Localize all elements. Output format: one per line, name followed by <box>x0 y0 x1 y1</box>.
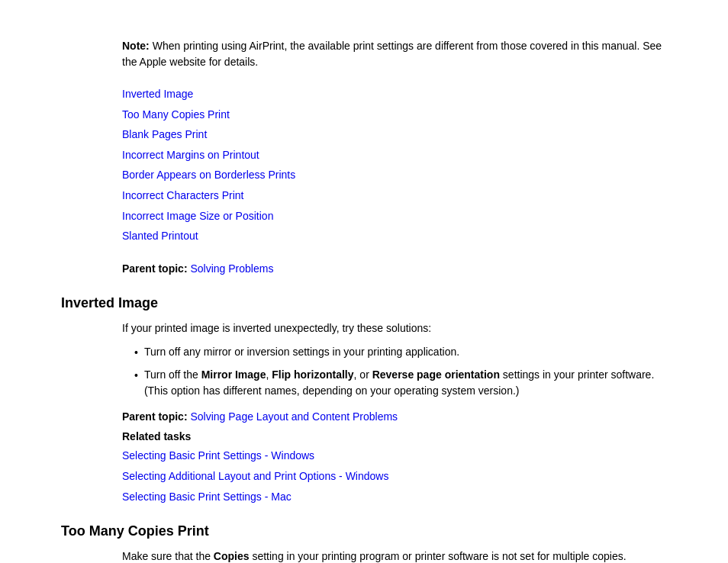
note-text: When printing using AirPrint, the availa… <box>122 40 662 68</box>
toc-link-inverted-image[interactable]: Inverted Image <box>122 84 667 105</box>
note-section: Note: When printing using AirPrint, the … <box>122 38 667 70</box>
section-heading-too-many-copies: Too Many Copies Print <box>61 523 667 539</box>
section-intro-inverted-image: If your printed image is inverted unexpe… <box>122 320 667 336</box>
inverted-related-link-3[interactable]: Selecting Basic Print Settings - Mac <box>122 487 667 507</box>
inverted-related-link-2[interactable]: Selecting Additional Layout and Print Op… <box>122 466 667 487</box>
toc-parent-topic-link[interactable]: Solving Problems <box>190 262 273 275</box>
toc-link-blank-pages[interactable]: Blank Pages Print <box>122 124 667 145</box>
section-content-too-many-copies: Make sure that the Copies setting in you… <box>122 549 667 563</box>
toc-links: Inverted Image Too Many Copies Print Bla… <box>122 84 667 246</box>
section-inverted-image: Inverted Image If your printed image is … <box>61 295 667 507</box>
inverted-related-links: Selecting Basic Print Settings - Windows… <box>122 446 667 507</box>
inverted-parent-topic-label: Parent topic: <box>122 410 188 423</box>
inverted-parent-topic: Parent topic: Solving Page Layout and Co… <box>122 408 667 426</box>
bullet-text-2: Turn off the Mirror Image, Flip horizont… <box>144 367 667 399</box>
section-content-inverted-image: If your printed image is inverted unexpe… <box>122 320 667 507</box>
bullet-item-2: • Turn off the Mirror Image, Flip horizo… <box>134 367 667 399</box>
toc-link-incorrect-characters[interactable]: Incorrect Characters Print <box>122 185 667 206</box>
bullet-dot-2: • <box>134 368 138 384</box>
section-intro-too-many-copies: Make sure that the Copies setting in you… <box>122 549 667 563</box>
toc-parent-topic-label: Parent topic: <box>122 262 188 275</box>
toc-link-too-many-copies[interactable]: Too Many Copies Print <box>122 105 667 125</box>
note-label: Note: <box>122 40 150 52</box>
inverted-related-link-1[interactable]: Selecting Basic Print Settings - Windows <box>122 446 667 466</box>
inverted-parent-topic-link[interactable]: Solving Page Layout and Content Problems <box>190 410 398 423</box>
bullet-dot-1: • <box>134 345 138 361</box>
inverted-related-tasks-label: Related tasks <box>122 430 667 442</box>
bullet-list-inverted: • Turn off any mirror or inversion setti… <box>134 344 667 399</box>
toc-link-incorrect-image-size[interactable]: Incorrect Image Size or Position <box>122 206 667 227</box>
section-too-many-copies: Too Many Copies Print Make sure that the… <box>61 523 667 563</box>
page-container: Note: When printing using AirPrint, the … <box>0 0 728 563</box>
toc-link-border-borderless[interactable]: Border Appears on Borderless Prints <box>122 165 667 185</box>
section-heading-inverted-image: Inverted Image <box>61 295 667 311</box>
bullet-item-1: • Turn off any mirror or inversion setti… <box>134 344 667 361</box>
toc-link-slanted-printout[interactable]: Slanted Printout <box>122 226 667 246</box>
bullet-text-1: Turn off any mirror or inversion setting… <box>144 344 667 360</box>
toc-link-incorrect-margins[interactable]: Incorrect Margins on Printout <box>122 145 667 166</box>
toc-parent-topic: Parent topic: Solving Problems <box>122 260 667 278</box>
